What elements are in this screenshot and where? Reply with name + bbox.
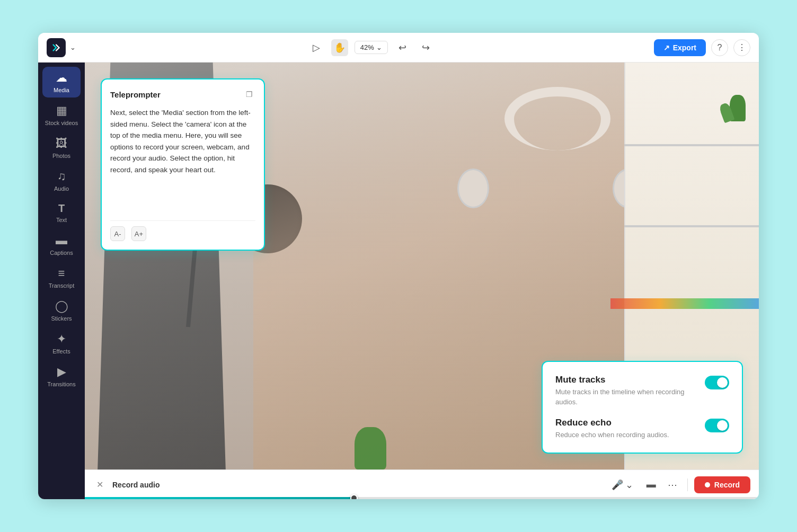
export-btn[interactable]: ↗ Export — [654, 39, 706, 56]
export-icon: ↗ — [663, 43, 670, 52]
help-btn[interactable]: ? — [711, 39, 728, 56]
export-label: Export — [673, 43, 696, 52]
font-decrease-btn[interactable]: A- — [110, 226, 125, 241]
audio-icon: ♫ — [57, 170, 66, 183]
dropdown-arrow: ⌄ — [70, 43, 76, 51]
transcript-icon: ≡ — [58, 267, 65, 280]
teleprompter-expand-btn[interactable]: ❐ — [243, 88, 255, 101]
effects-icon: ✦ — [57, 332, 66, 346]
sidebar-item-transcript[interactable]: ≡ Transcript — [42, 262, 81, 293]
sidebar-item-photos[interactable]: 🖼 Photos — [42, 132, 81, 163]
sidebar-item-label: Text — [56, 217, 67, 223]
more-audio-options-btn[interactable]: ⋯ — [664, 476, 681, 493]
sidebar-item-stock-videos[interactable]: ▦ Stock videos — [42, 100, 81, 130]
progress-bar-fill — [85, 497, 355, 499]
stickers-icon: ◯ — [55, 299, 68, 313]
sidebar-item-media[interactable]: ☁ Media — [42, 67, 81, 97]
mic-chevron: ⌄ — [625, 479, 633, 491]
teleprompter-text: Next, select the 'Media' section from th… — [110, 107, 255, 213]
redo-btn[interactable]: ↪ — [418, 39, 435, 56]
captions-toggle-btn[interactable]: ▬ — [643, 476, 660, 493]
teleprompter-card: Teleprompter ❐ Next, select the 'Media' … — [101, 78, 265, 251]
more-options-btn[interactable]: ⋮ — [733, 39, 750, 56]
divider — [687, 478, 688, 491]
progress-thumb[interactable] — [350, 494, 358, 499]
sidebar-item-label: Stickers — [51, 315, 72, 322]
stock-videos-icon: ▦ — [56, 104, 67, 118]
record-audio-label: Record audio — [112, 481, 160, 489]
sidebar-item-label: Audio — [54, 185, 69, 192]
record-dot — [705, 482, 710, 487]
undo-btn[interactable]: ↩ — [394, 39, 411, 56]
mute-tracks-toggle[interactable] — [705, 376, 729, 389]
mute-tracks-desc: Mute tracks in the timeline when recordi… — [555, 387, 696, 406]
settings-card: Mute tracks Mute tracks in the timeline … — [542, 361, 743, 454]
sidebar-item-transitions[interactable]: ▶ Transitions — [42, 361, 81, 392]
main-area: ☁ Media ▦ Stock videos 🖼 Photos ♫ Audio … — [38, 63, 759, 499]
sidebar-item-captions[interactable]: ▬ Captions — [42, 229, 81, 260]
photos-icon: 🖼 — [56, 137, 67, 150]
reduce-echo-row: Reduce echo Reduce echo when recording a… — [555, 418, 729, 440]
mute-tracks-title: Mute tracks — [555, 375, 696, 385]
reduce-echo-desc: Reduce echo when recording audios. — [555, 430, 696, 440]
zoom-chevron: ⌄ — [376, 43, 382, 51]
sidebar-item-label: Media — [54, 87, 69, 93]
content-area: Teleprompter ❐ Next, select the 'Media' … — [85, 63, 759, 499]
zoom-control[interactable]: 42% ⌄ — [355, 41, 388, 54]
captions-icon: ▬ — [56, 234, 67, 247]
mute-tracks-row: Mute tracks Mute tracks in the timeline … — [555, 375, 729, 406]
mic-btn[interactable]: 🎤 ⌄ — [606, 476, 639, 494]
sidebar-item-text[interactable]: T Text — [42, 198, 81, 227]
top-bar-right: ↗ Export ? ⋮ — [654, 39, 750, 56]
sidebar-item-label: Effects — [52, 348, 70, 354]
sidebar-item-label: Transcript — [49, 282, 75, 289]
mute-tracks-label: Mute tracks Mute tracks in the timeline … — [555, 375, 696, 406]
reduce-echo-title: Reduce echo — [555, 418, 696, 428]
top-bar: ⌄ ▷ ✋ 42% ⌄ ↩ ↪ ↗ Export ? ⋮ — [38, 33, 759, 63]
sidebar-item-label: Transitions — [47, 381, 75, 387]
reduce-echo-label: Reduce echo Reduce echo when recording a… — [555, 418, 696, 440]
close-record-audio-btn[interactable]: ✕ — [93, 478, 106, 491]
sidebar-item-label: Stock videos — [45, 120, 78, 126]
sidebar-item-effects[interactable]: ✦ Effects — [42, 328, 81, 359]
toolbar-center: ▷ ✋ 42% ⌄ ↩ ↪ — [88, 39, 654, 56]
sidebar: ☁ Media ▦ Stock videos 🖼 Photos ♫ Audio … — [38, 63, 85, 499]
font-increase-btn[interactable]: A+ — [131, 226, 146, 241]
teleprompter-title: Teleprompter — [110, 90, 161, 99]
record-btn-label: Record — [714, 481, 740, 489]
project-dropdown[interactable]: ⌄ — [70, 43, 76, 51]
teleprompter-footer: A- A+ — [110, 220, 255, 241]
sidebar-item-audio[interactable]: ♫ Audio — [42, 165, 81, 196]
text-icon: T — [58, 202, 65, 215]
teleprompter-header: Teleprompter ❐ — [110, 88, 255, 101]
bottom-bar: ✕ Record audio 🎤 ⌄ ▬ ⋯ Record — [85, 469, 759, 499]
bottom-controls: 🎤 ⌄ ▬ ⋯ Record — [606, 476, 750, 494]
sidebar-item-stickers[interactable]: ◯ Stickers — [42, 295, 81, 326]
progress-bar[interactable] — [85, 497, 759, 499]
hand-tool-btn[interactable]: ✋ — [331, 39, 348, 56]
sidebar-item-label: Captions — [50, 250, 73, 256]
app-logo — [47, 38, 66, 57]
mic-icon: 🎤 — [612, 479, 623, 491]
canvas-area: Teleprompter ❐ Next, select the 'Media' … — [85, 63, 759, 469]
pointer-tool-btn[interactable]: ▷ — [308, 39, 325, 56]
record-btn[interactable]: Record — [694, 476, 750, 493]
sidebar-item-label: Photos — [52, 153, 70, 159]
zoom-label: 42% — [360, 43, 374, 51]
reduce-echo-toggle[interactable] — [705, 419, 729, 432]
transitions-icon: ▶ — [57, 365, 66, 379]
media-icon: ☁ — [56, 71, 67, 85]
